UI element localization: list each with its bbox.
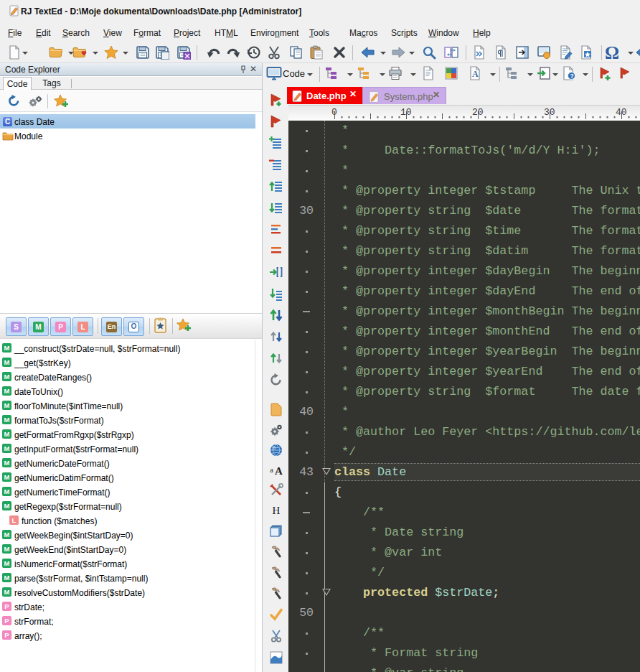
svg-text:A: A	[275, 465, 283, 477]
svg-text:a: a	[270, 465, 273, 474]
svg-text:A: A	[472, 69, 479, 79]
svg-text:?: ?	[570, 73, 573, 80]
svg-text:H: H	[273, 505, 281, 516]
